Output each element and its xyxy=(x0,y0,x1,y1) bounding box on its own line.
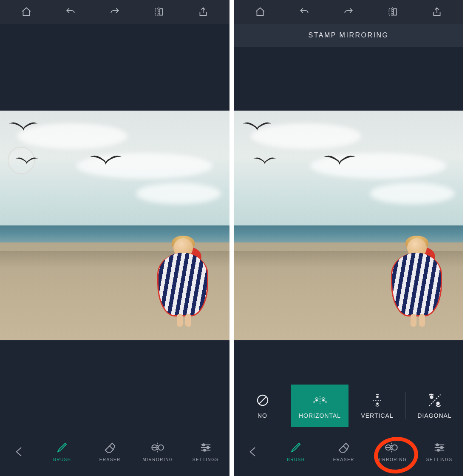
mirror-option-label: NO xyxy=(258,412,267,419)
tool-label: SETTINGS xyxy=(193,457,219,462)
tool-label: BRUSH xyxy=(53,457,71,462)
bottom-toolbar: BRUSH ERASER MIRRORING SETTINGS xyxy=(0,427,230,476)
compare-button[interactable] xyxy=(150,3,168,21)
tool-label: SETTINGS xyxy=(426,457,453,462)
redo-icon xyxy=(109,6,120,17)
tool-brush[interactable]: BRUSH xyxy=(38,441,86,462)
tool-label: BRUSH xyxy=(287,457,305,462)
top-toolbar xyxy=(234,0,463,24)
redo-icon xyxy=(343,6,354,17)
mirror-vertical-icon xyxy=(370,393,385,408)
back-button[interactable] xyxy=(234,445,272,458)
mirror-option-label: HORIZONTAL xyxy=(299,412,341,419)
mirror-option-no[interactable]: NO xyxy=(234,385,291,427)
eraser-icon xyxy=(337,441,350,454)
photo-canvas[interactable] xyxy=(0,111,230,340)
undo-icon xyxy=(299,6,310,17)
eraser-icon xyxy=(104,441,116,454)
tool-brush[interactable]: BRUSH xyxy=(272,441,320,462)
compare-icon xyxy=(153,6,164,17)
mirror-option-label: DIAGONAL xyxy=(417,412,451,419)
bird-icon xyxy=(89,152,122,167)
tool-label: MIRRORING xyxy=(142,457,173,462)
bird-icon xyxy=(323,152,356,167)
tool-eraser[interactable]: ERASER xyxy=(320,441,368,462)
home-button[interactable] xyxy=(17,3,36,21)
top-toolbar xyxy=(0,0,230,24)
bird-icon xyxy=(253,153,276,168)
mirroring-icon xyxy=(385,441,398,454)
panel-divider xyxy=(230,0,234,476)
undo-button[interactable] xyxy=(61,3,80,21)
child-subject xyxy=(391,238,442,330)
mirror-option-horizontal[interactable]: HORIZONTAL xyxy=(291,385,348,427)
tool-mirroring[interactable]: MIRRORING xyxy=(134,441,182,462)
mirror-option-diagonal[interactable]: DIAGONAL xyxy=(406,385,463,427)
mirror-option-label: VERTICAL xyxy=(361,412,393,419)
mirror-horizontal-icon xyxy=(312,393,328,408)
redo-button[interactable] xyxy=(105,3,124,21)
mirror-diagonal-icon xyxy=(427,393,442,408)
share-button[interactable] xyxy=(194,3,212,21)
brush-icon xyxy=(289,441,302,454)
redo-button[interactable] xyxy=(339,3,358,21)
editor-screen-right: STAMP MIRRORING xyxy=(234,0,463,476)
compare-button[interactable] xyxy=(383,3,402,21)
settings-icon xyxy=(199,441,212,454)
back-arrow-icon xyxy=(246,445,259,458)
tool-mirroring[interactable]: MIRRORING xyxy=(368,441,416,462)
tool-eraser[interactable]: ERASER xyxy=(86,441,134,462)
editor-screen-left: BRUSH ERASER MIRRORING SETTINGS xyxy=(0,0,230,476)
brush-icon xyxy=(56,441,68,454)
stamp-mirroring-header: STAMP MIRRORING xyxy=(234,24,463,47)
bottom-toolbar: BRUSH ERASER MIRRORING SETTINGS xyxy=(234,427,463,476)
share-icon xyxy=(198,6,209,17)
bird-icon xyxy=(15,153,38,168)
back-arrow-icon xyxy=(13,445,26,458)
header-title: STAMP MIRRORING xyxy=(309,31,389,39)
compare-icon xyxy=(387,6,398,17)
tool-label: ERASER xyxy=(333,457,354,462)
tool-label: ERASER xyxy=(99,457,121,462)
tool-settings[interactable]: SETTINGS xyxy=(182,441,230,462)
home-button[interactable] xyxy=(251,3,269,21)
bird-icon xyxy=(8,120,38,132)
bird-icon xyxy=(242,120,272,132)
canvas-area[interactable] xyxy=(234,111,463,340)
share-icon xyxy=(431,6,442,17)
tool-settings[interactable]: SETTINGS xyxy=(416,441,464,462)
undo-button[interactable] xyxy=(295,3,314,21)
undo-icon xyxy=(65,6,76,17)
settings-icon xyxy=(433,441,446,454)
no-mirror-icon xyxy=(255,393,270,408)
mirror-options-row: NO HORIZONTAL VERTICAL DIAGONAL xyxy=(234,385,463,427)
canvas-area[interactable] xyxy=(0,111,230,340)
tool-label: MIRRORING xyxy=(376,457,407,462)
home-icon xyxy=(21,6,32,17)
photo-canvas[interactable] xyxy=(234,111,463,340)
child-subject xyxy=(157,238,208,330)
back-button[interactable] xyxy=(0,445,38,458)
mirror-option-vertical[interactable]: VERTICAL xyxy=(348,385,406,427)
mirroring-icon xyxy=(151,441,164,454)
share-button[interactable] xyxy=(428,3,446,21)
home-icon xyxy=(255,6,266,17)
